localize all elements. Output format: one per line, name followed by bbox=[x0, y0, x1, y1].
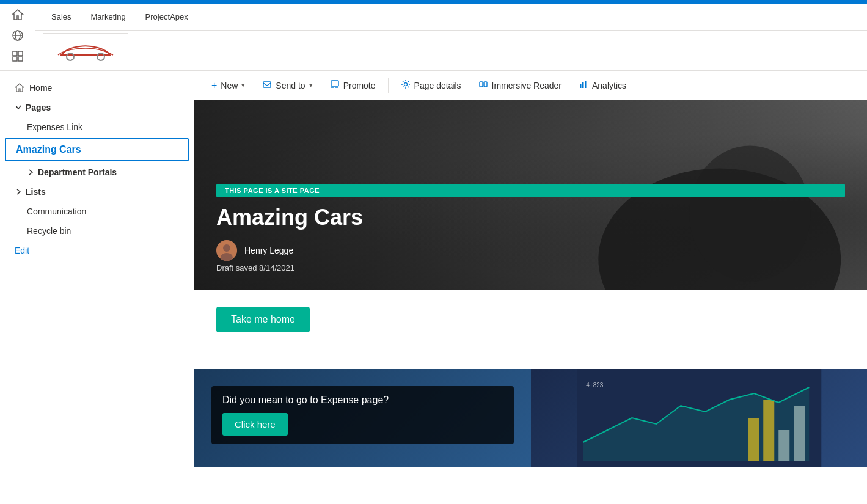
analytics-label: Analytics bbox=[592, 81, 626, 90]
sidebar-communication-label: Communication bbox=[27, 206, 86, 216]
immersive-reader-button[interactable]: Immersive Reader bbox=[471, 76, 569, 95]
content-body: Take me home bbox=[194, 290, 867, 369]
page-details-button[interactable]: Page details bbox=[393, 76, 469, 95]
sidebar-home-label: Home bbox=[29, 83, 52, 93]
svg-rect-3 bbox=[13, 51, 17, 56]
svg-rect-13 bbox=[263, 82, 271, 87]
send-chevron-icon: ▾ bbox=[309, 81, 313, 89]
hero-author: Henry Legge bbox=[244, 246, 293, 255]
sidebar-lists-label: Lists bbox=[26, 187, 46, 197]
home-icon-rail[interactable] bbox=[7, 9, 29, 21]
toolbar-divider-1 bbox=[388, 78, 389, 93]
plus-icon: + bbox=[211, 80, 217, 91]
svg-text:4+823: 4+823 bbox=[586, 382, 604, 389]
site-page-badge: THIS PAGE IS A SITE PAGE bbox=[216, 184, 845, 197]
globe-icon-rail[interactable] bbox=[7, 29, 29, 42]
sidebar-amazing-cars-label: Amazing Cars bbox=[16, 144, 81, 155]
svg-rect-4 bbox=[18, 51, 23, 56]
new-button[interactable]: + New ▾ bbox=[204, 76, 252, 95]
icon-rail bbox=[0, 4, 35, 70]
sidebar-expenses-link[interactable]: Expenses Link bbox=[0, 117, 194, 137]
take-home-button[interactable]: Take me home bbox=[216, 307, 310, 332]
sidebar-recycle-bin-label: Recycle bin bbox=[27, 226, 71, 236]
gear-icon bbox=[401, 79, 411, 92]
send-to-button[interactable]: Send to ▾ bbox=[255, 76, 320, 95]
svg-rect-19 bbox=[484, 82, 487, 87]
app-header: Sales Marketing ProjectApex bbox=[0, 4, 867, 71]
analytics-button[interactable]: Analytics bbox=[571, 76, 634, 95]
svg-rect-6 bbox=[18, 57, 23, 61]
sidebar-recycle-bin[interactable]: Recycle bin bbox=[0, 221, 194, 241]
promo-section: Did you mean to go to Expense page? Clic… bbox=[194, 369, 867, 467]
site-logo bbox=[43, 33, 128, 67]
svg-rect-18 bbox=[480, 82, 483, 87]
nav-marketing[interactable]: Marketing bbox=[82, 7, 134, 26]
sidebar-home[interactable]: Home bbox=[0, 78, 194, 98]
svg-point-12 bbox=[97, 53, 104, 60]
hero-draft-saved: Draft saved 8/14/2021 bbox=[216, 263, 845, 272]
new-button-label: New bbox=[221, 81, 238, 90]
content-area: THIS PAGE IS A SITE PAGE Amazing Cars He… bbox=[194, 100, 867, 504]
header-content: Sales Marketing ProjectApex bbox=[35, 4, 867, 70]
hero-meta: Henry Legge bbox=[216, 240, 845, 261]
grid-icon-rail[interactable] bbox=[7, 50, 29, 62]
immersive-reader-icon bbox=[478, 79, 488, 92]
sidebar-communication[interactable]: Communication bbox=[0, 202, 194, 221]
promote-button[interactable]: Promote bbox=[323, 76, 383, 95]
new-chevron-icon: ▾ bbox=[241, 81, 245, 89]
page-details-label: Page details bbox=[414, 81, 461, 90]
main-layout: Home Pages Expenses Link Amazing Cars De… bbox=[0, 71, 867, 504]
promo-right: 4+823 bbox=[531, 369, 868, 467]
sidebar: Home Pages Expenses Link Amazing Cars De… bbox=[0, 71, 194, 504]
svg-rect-20 bbox=[580, 84, 582, 88]
hero-section: THIS PAGE IS A SITE PAGE Amazing Cars He… bbox=[194, 100, 867, 290]
header-nav: Sales Marketing ProjectApex bbox=[35, 4, 867, 31]
promo-left: Did you mean to go to Expense page? Clic… bbox=[194, 369, 531, 467]
svg-point-17 bbox=[404, 82, 407, 86]
hero-title: Amazing Cars bbox=[216, 205, 845, 230]
sidebar-lists-section[interactable]: Lists bbox=[0, 182, 194, 202]
click-here-button[interactable]: Click here bbox=[222, 413, 288, 436]
sidebar-dept-portals[interactable]: Department Portals bbox=[0, 163, 194, 182]
svg-rect-21 bbox=[582, 82, 584, 88]
svg-point-11 bbox=[67, 53, 74, 60]
svg-rect-22 bbox=[585, 81, 587, 88]
sidebar-dept-portals-label: Department Portals bbox=[38, 167, 117, 177]
sidebar-pages-section[interactable]: Pages bbox=[0, 98, 194, 117]
immersive-reader-label: Immersive Reader bbox=[492, 81, 562, 90]
analytics-icon bbox=[579, 79, 588, 92]
nav-sales[interactable]: Sales bbox=[43, 7, 80, 26]
sidebar-expenses-link-label: Expenses Link bbox=[27, 122, 82, 132]
svg-rect-5 bbox=[13, 57, 17, 61]
sidebar-edit-label: Edit bbox=[15, 246, 29, 255]
author-avatar bbox=[216, 240, 237, 261]
content-column: + New ▾ Send to ▾ bbox=[194, 71, 867, 504]
svg-point-26 bbox=[223, 244, 230, 252]
send-icon bbox=[262, 79, 272, 92]
toolbar: + New ▾ Send to ▾ bbox=[194, 71, 867, 100]
promo-question: Did you mean to go to Expense page? bbox=[222, 395, 503, 406]
promote-label: Promote bbox=[343, 81, 376, 90]
sidebar-amazing-cars[interactable]: Amazing Cars bbox=[5, 138, 189, 161]
send-to-label: Send to bbox=[276, 81, 305, 90]
sidebar-pages-label: Pages bbox=[26, 103, 51, 112]
logo-area bbox=[35, 31, 867, 70]
svg-rect-14 bbox=[331, 81, 338, 86]
promote-icon bbox=[330, 79, 340, 92]
sidebar-edit-link[interactable]: Edit bbox=[0, 241, 194, 260]
nav-projectapex[interactable]: ProjectApex bbox=[137, 7, 197, 26]
promo-overlay-box: Did you mean to go to Expense page? Clic… bbox=[211, 386, 514, 444]
